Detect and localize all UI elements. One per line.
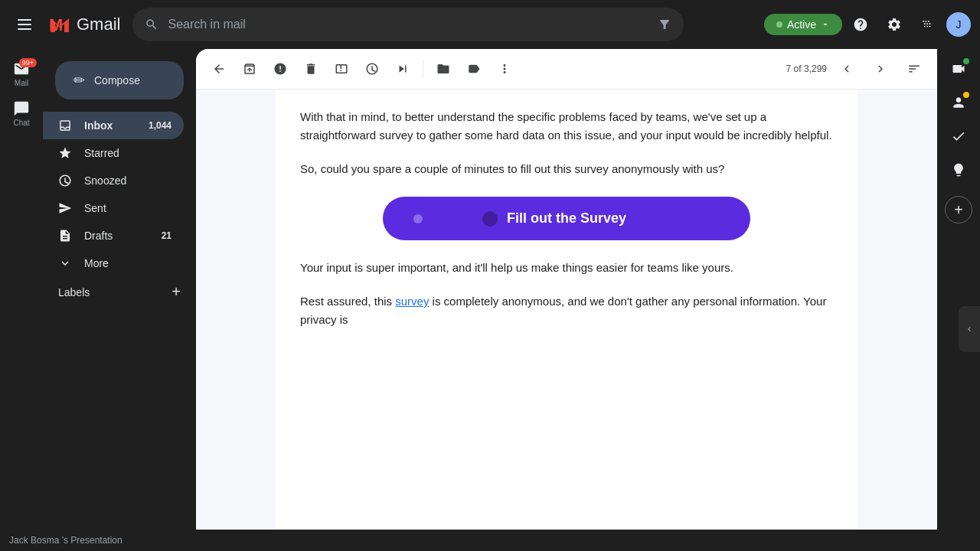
sidebar-item-sent[interactable]: Sent [43, 194, 184, 222]
next-action-button[interactable] [389, 55, 416, 83]
right-icon-tasks[interactable] [945, 122, 972, 150]
svg-rect-1 [18, 24, 31, 25]
sent-icon [58, 201, 72, 215]
email-paragraph-4: Rest assured, this survey is completely … [300, 292, 833, 329]
meet-dot [963, 58, 969, 64]
add-icon: + [954, 201, 963, 219]
next-email-button[interactable] [867, 55, 894, 83]
move-button[interactable] [430, 55, 457, 83]
right-icon-contacts[interactable] [945, 89, 972, 116]
gmail-logo: M Gmail [46, 11, 120, 38]
back-button[interactable] [205, 55, 233, 83]
snoozed-label: Snoozed [84, 174, 172, 187]
svg-rect-2 [18, 28, 31, 30]
email-area: 7 of 3,299 With that in mind, to better … [196, 49, 937, 551]
svg-rect-0 [18, 19, 31, 21]
drafts-label: Drafts [84, 230, 149, 242]
more-label: More [84, 257, 172, 269]
search-filter-icon[interactable] [658, 18, 671, 31]
inbox-icon [58, 119, 72, 132]
view-options-button[interactable] [900, 55, 928, 83]
left-nav-mail[interactable]: 99+ Mail [3, 55, 40, 92]
right-icon-keep[interactable] [945, 156, 972, 184]
right-sidebar: + [937, 49, 980, 551]
toolbar-separator [423, 60, 423, 78]
sidebar: ✏ Compose Inbox 1,044 Starred Snoozed Se… [43, 49, 196, 551]
snoozed-icon [58, 174, 72, 187]
report-button[interactable] [266, 55, 294, 83]
inbox-label: Inbox [84, 119, 136, 132]
labels-title: Labels [58, 286, 90, 298]
top-bar: M Gmail Active J [0, 0, 980, 49]
more-icon [58, 256, 72, 270]
status-pill[interactable]: Active [764, 14, 842, 35]
hamburger-button[interactable] [9, 9, 40, 40]
expand-button[interactable] [959, 306, 980, 352]
left-nav-chat[interactable]: Chat [3, 95, 40, 132]
sidebar-item-inbox[interactable]: Inbox 1,044 [43, 112, 184, 139]
chat-label: Chat [13, 119, 29, 127]
drafts-icon [58, 229, 72, 243]
archive-button[interactable] [236, 55, 263, 83]
email-body[interactable]: With that in mind, to better understand … [196, 90, 937, 551]
right-icon-add[interactable]: + [945, 196, 972, 223]
compose-button[interactable]: ✏ Compose [55, 61, 184, 99]
top-right-icons: Active J [764, 9, 971, 40]
sidebar-item-more[interactable]: More [43, 249, 184, 277]
bottom-bar: Jack Bosma 's Presentation [0, 530, 980, 551]
mark-button[interactable] [328, 55, 355, 83]
search-input[interactable] [168, 18, 648, 31]
right-icon-meet[interactable] [945, 55, 972, 83]
delete-button[interactable] [297, 55, 325, 83]
snooze-button[interactable] [358, 55, 386, 83]
cursor-indicator [482, 211, 498, 227]
email-content: With that in mind, to better understand … [276, 90, 858, 551]
left-icon-bar: 99+ Mail Chat [0, 49, 43, 551]
survey-link[interactable]: survey [395, 295, 429, 308]
toolbar-right: 7 of 3,299 [786, 55, 928, 83]
compose-label: Compose [94, 74, 140, 86]
mail-badge: 99+ [19, 58, 37, 67]
bottom-text: Jack Bosma 's Presentation [9, 535, 122, 546]
starred-icon [58, 146, 72, 160]
sidebar-item-drafts[interactable]: Drafts 21 [43, 222, 184, 249]
settings-button[interactable] [879, 9, 910, 40]
gmail-logo-text: Gmail [77, 15, 120, 34]
page-info: 7 of 3,299 [786, 64, 827, 74]
labels-section: Labels + [43, 277, 196, 307]
chevron-down-icon [821, 20, 830, 29]
main-layout: 99+ Mail Chat ✏ Compose Inbox 1,044 Star… [0, 49, 980, 551]
email-paragraph-3: Your input is super important, and it'll… [300, 259, 833, 277]
more-actions-button[interactable] [491, 55, 518, 83]
starred-label: Starred [84, 147, 172, 159]
label-button[interactable] [460, 55, 488, 83]
search-bar[interactable] [132, 8, 684, 41]
email-paragraph-1: With that in mind, to better understand … [300, 108, 833, 145]
compose-icon: ✏ [74, 72, 85, 89]
status-dot [776, 21, 782, 28]
sidebar-item-starred[interactable]: Starred [43, 139, 184, 167]
mail-label: Mail [15, 79, 28, 87]
toolbar: 7 of 3,299 [196, 49, 937, 90]
status-label: Active [787, 18, 816, 31]
contacts-dot [963, 92, 969, 98]
sidebar-item-snoozed[interactable]: Snoozed [43, 167, 184, 194]
drafts-count: 21 [162, 230, 172, 241]
avatar[interactable]: J [946, 12, 971, 37]
help-button[interactable] [845, 9, 876, 40]
svg-text:M: M [49, 15, 63, 34]
survey-button-label: Fill out the Survey [507, 210, 626, 226]
email-paragraph-2: So, could you spare a couple of minutes … [300, 160, 833, 178]
prev-email-button[interactable] [833, 55, 861, 83]
apps-button[interactable] [913, 9, 943, 40]
inbox-count: 1,044 [149, 120, 172, 131]
survey-button[interactable]: Fill out the Survey [383, 197, 750, 240]
sent-label: Sent [84, 202, 172, 214]
labels-add-button[interactable]: + [172, 283, 181, 301]
paragraph4-start: Rest assured, this [300, 295, 395, 308]
search-icon [145, 18, 158, 31]
